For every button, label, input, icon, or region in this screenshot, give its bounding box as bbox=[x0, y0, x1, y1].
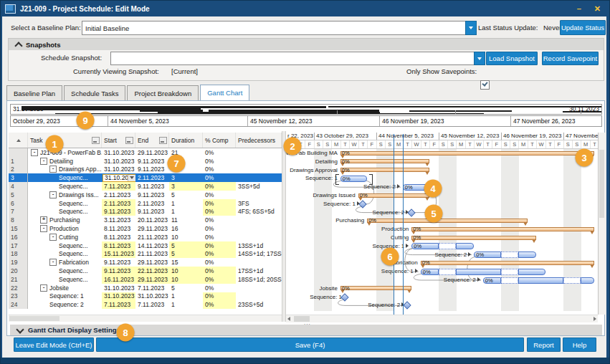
snapshots-header[interactable]: Snapshots bbox=[9, 39, 604, 50]
record-savepoint-button[interactable]: Record Savepoint bbox=[542, 52, 599, 65]
task-name-cell[interactable]: -J21-009 - PowerFab B... bbox=[28, 148, 102, 157]
duration-cell[interactable]: 11 bbox=[169, 216, 203, 224]
column-header-predecessors[interactable]: Predecessors bbox=[236, 133, 282, 148]
tab-project-breakdown[interactable]: Project Breakdown bbox=[127, 85, 199, 100]
table-row[interactable]: 21Sequenc...16.11.202329.11.2023100%18SS… bbox=[9, 275, 282, 284]
duration-cell[interactable]: 15 bbox=[169, 258, 203, 267]
schedule-snapshot-select[interactable] bbox=[110, 52, 485, 65]
table-row[interactable]: 17Sequenc...8.11.202314.11.202350%13SS+1… bbox=[9, 241, 282, 250]
task-name-cell[interactable]: Sequenc... bbox=[28, 250, 102, 259]
task-name-cell[interactable]: -Production bbox=[28, 224, 102, 233]
gantt-task-bar[interactable] bbox=[439, 269, 457, 275]
duration-cell[interactable]: 1 bbox=[169, 208, 203, 216]
end-cell[interactable]: 20.11.2023 bbox=[135, 216, 169, 224]
gantt-task-bar[interactable] bbox=[439, 243, 457, 249]
task-name-cell[interactable]: -Drawings Iss... bbox=[28, 191, 102, 199]
task-name-cell[interactable]: +Purchasing bbox=[28, 216, 102, 224]
percent-complete-cell[interactable]: 0% bbox=[203, 191, 236, 199]
gantt-summary-bar[interactable] bbox=[340, 159, 429, 163]
start-cell[interactable]: 9.11.2023 bbox=[102, 208, 135, 216]
predecessors-cell[interactable] bbox=[236, 284, 282, 292]
collapse-node-icon[interactable]: - bbox=[49, 166, 57, 173]
collapse-node-icon[interactable]: - bbox=[40, 225, 47, 232]
task-name-cell[interactable]: -Fabrication bbox=[28, 258, 102, 267]
task-name-cell[interactable]: -Detailing bbox=[28, 157, 102, 166]
percent-complete-cell[interactable]: 0% bbox=[203, 199, 236, 208]
duration-cell[interactable]: 1 bbox=[169, 300, 203, 309]
task-name-cell[interactable]: -Drawings App... bbox=[28, 166, 102, 174]
column-filter-icon[interactable] bbox=[159, 137, 167, 144]
start-cell[interactable]: 2.11.2023 bbox=[102, 199, 135, 208]
column-header-comp[interactable]: % Comp bbox=[203, 133, 236, 148]
date-dropdown-icon[interactable] bbox=[128, 175, 135, 181]
help-button[interactable]: Help bbox=[563, 337, 596, 352]
start-cell[interactable]: 7.11.2023 bbox=[102, 300, 135, 309]
duration-cell[interactable]: 10 bbox=[169, 267, 203, 275]
baseline-dropdown-icon[interactable] bbox=[465, 21, 477, 35]
end-cell[interactable]: 29.11.2023 bbox=[135, 224, 169, 233]
end-cell[interactable]: 7.11.2023 bbox=[135, 300, 169, 309]
gantt-milestone-diamond[interactable] bbox=[403, 302, 411, 310]
start-cell[interactable]: 31.10.2023 bbox=[102, 173, 135, 182]
start-cell[interactable]: 8.11.2023 bbox=[102, 241, 135, 250]
start-cell[interactable]: 31.10.2023 bbox=[102, 157, 135, 166]
end-cell[interactable]: 14.11.2023 bbox=[135, 241, 169, 250]
end-cell[interactable]: 7.11.2023 bbox=[135, 284, 169, 292]
timeline-overview[interactable]: 31.10.2023 30.11.2023 bbox=[10, 104, 602, 115]
duration-cell[interactable]: 5 bbox=[169, 250, 203, 259]
table-row[interactable]: 3Sequenc...31.10.20232.11.202330% bbox=[9, 173, 282, 182]
end-cell[interactable]: 9.11.2023 bbox=[135, 208, 169, 216]
predecessors-cell[interactable] bbox=[236, 173, 282, 182]
table-row[interactable]: 23Sequence: 131.10.202331.10.202310% bbox=[9, 292, 282, 301]
start-cell[interactable]: 8.11.2023 bbox=[102, 224, 135, 233]
table-row[interactable]: 7Sequenc...9.11.20239.11.202310%4FS; 6SS… bbox=[9, 208, 282, 216]
gantt-milestone-diamond[interactable] bbox=[340, 293, 348, 301]
duration-cell[interactable]: 5 bbox=[169, 191, 203, 199]
gantt-task-bar[interactable] bbox=[501, 277, 519, 284]
end-cell[interactable]: 9.11.2023 bbox=[135, 182, 169, 191]
duration-cell[interactable]: 5 bbox=[169, 241, 203, 250]
table-row[interactable]: 24Sequence: 27.11.20237.11.202310%23SS+5… bbox=[9, 300, 282, 309]
tab-schedule-tasks[interactable]: Schedule Tasks bbox=[64, 85, 125, 100]
duration-cell[interactable]: 16 bbox=[169, 224, 203, 233]
gantt-task-bar[interactable] bbox=[501, 252, 519, 258]
end-cell[interactable]: 31.10.2023 bbox=[135, 292, 169, 301]
gantt-summary-bar[interactable] bbox=[340, 286, 411, 290]
predecessors-cell[interactable] bbox=[236, 157, 282, 166]
predecessors-cell[interactable] bbox=[236, 258, 282, 267]
predecessors-cell[interactable]: 17SS+1d bbox=[236, 267, 282, 275]
predecessors-cell[interactable]: 4FS; 6SS+5d bbox=[236, 208, 282, 216]
column-header-id[interactable] bbox=[9, 133, 28, 148]
end-cell[interactable]: 2.11.2023 bbox=[135, 173, 169, 182]
start-cell[interactable]: 31.10.2023 bbox=[102, 284, 135, 292]
expand-node-icon[interactable]: + bbox=[40, 216, 47, 224]
minimize-icon[interactable]: – bbox=[577, 4, 581, 14]
close-icon[interactable]: ✕ bbox=[594, 4, 601, 14]
column-header-task[interactable]: Task bbox=[28, 133, 102, 148]
task-name-cell[interactable]: Sequenc... bbox=[28, 208, 102, 216]
percent-complete-cell[interactable]: 0% bbox=[203, 267, 236, 275]
duration-cell[interactable]: 10 bbox=[169, 275, 203, 284]
end-cell[interactable]: 22.11.2023 bbox=[135, 267, 169, 275]
table-row[interactable]: 6Sequenc...2.11.20232.11.202310%3FS bbox=[9, 199, 282, 208]
report-button[interactable]: Report bbox=[527, 337, 561, 352]
task-name-cell[interactable]: Sequenc... bbox=[28, 275, 102, 284]
gantt-summary-bar[interactable] bbox=[340, 151, 594, 155]
table-row[interactable]: 2-Drawings App...31.10.20239.11.202370% bbox=[9, 166, 282, 174]
baseline-plan-select[interactable]: Initial Baseline bbox=[82, 21, 477, 35]
tab-gantt-chart[interactable]: Gantt Chart bbox=[200, 85, 249, 100]
start-cell[interactable]: 7.11.2023 bbox=[102, 182, 135, 191]
predecessors-cell[interactable]: 13SS+1d bbox=[236, 241, 282, 250]
duration-cell[interactable]: 5 bbox=[169, 284, 203, 292]
task-name-cell[interactable]: -Cutting bbox=[28, 233, 102, 241]
predecessors-cell[interactable]: 23SS+5d bbox=[236, 300, 282, 309]
end-cell[interactable]: 9.11.2023 bbox=[135, 157, 169, 166]
predecessors-cell[interactable] bbox=[236, 216, 282, 224]
end-cell[interactable]: 9.11.2023 bbox=[135, 166, 169, 174]
percent-complete-cell[interactable]: 0% bbox=[203, 208, 236, 216]
task-name-cell[interactable]: Sequenc... bbox=[28, 173, 102, 182]
duration-cell[interactable]: 3 bbox=[169, 173, 203, 182]
predecessors-cell[interactable]: 3FS bbox=[236, 199, 282, 208]
table-row[interactable]: 15-Production8.11.202329.11.2023160% bbox=[9, 224, 282, 233]
start-cell[interactable]: 9.11.2023 bbox=[102, 267, 135, 275]
